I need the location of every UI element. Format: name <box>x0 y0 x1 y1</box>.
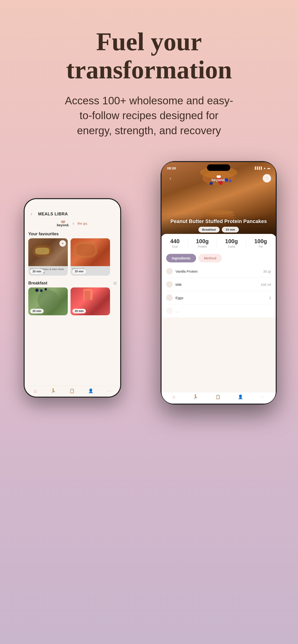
kcal-label: Kcal <box>170 245 179 248</box>
nav-more-icon[interactable]: ⋯ <box>107 388 111 394</box>
ingredient-dot-2 <box>166 281 173 288</box>
dynamic-island <box>207 164 230 171</box>
signal-icon: ▐▐▐▐ <box>254 166 262 170</box>
ingredient-amount-2: 100 ml <box>261 282 271 286</box>
svg-point-2 <box>63 220 65 223</box>
hero-title: Fuel your transformation <box>63 28 235 84</box>
ingredient-left-2: Milk <box>166 281 182 288</box>
breakfast-card-1[interactable]: 20 min <box>28 288 68 315</box>
svg-point-5 <box>218 175 221 178</box>
filter-icon[interactable]: ⊟ <box>114 281 117 285</box>
cloud-logo-front-icon <box>216 175 221 178</box>
breakfast-header: Breakfast ⊟ <box>25 279 120 288</box>
nav-home-icon[interactable]: ⌂ <box>34 388 37 394</box>
front-nav-more-icon[interactable]: ⋯ <box>260 394 264 400</box>
ingredient-left-4: ... <box>166 308 178 314</box>
ingredient-amount-3: 2 <box>269 296 271 300</box>
recipe-back-button[interactable]: ‹ <box>166 174 175 182</box>
protein-value: 100g <box>196 238 209 244</box>
front-nav-profile-icon[interactable]: 👤 <box>238 394 243 400</box>
recipe-card-1[interactable]: 20 min ♥ Cheesy Chicken & Ham Hock Potat… <box>28 238 68 276</box>
ingredient-item-1: Vanilla Protein 30 gr <box>166 265 271 278</box>
food-image-chicken <box>71 238 110 266</box>
beyond-logo-front-text: beyond. <box>211 178 226 182</box>
back-phone-topnav: ‹ MEALS LIBRA <box>25 209 120 218</box>
recipe-hero-image: Peanut Butter Stuffed Protein Pancakes B… <box>162 162 276 236</box>
time-badge-2: 20 min <box>72 269 86 274</box>
front-nav-home-icon[interactable]: ⌂ <box>173 394 175 400</box>
macro-carbs: 100g Carbs <box>225 238 238 248</box>
ingredient-amount-1: 30 gr <box>263 270 271 273</box>
ingredient-list: Vanilla Protein 30 gr Milk 100 ml Eggs <box>162 265 276 318</box>
macro-kcal: 440 Kcal <box>170 238 179 248</box>
favorite-button[interactable]: ♡ <box>263 174 271 182</box>
ingredient-item-4: ... <box>166 304 271 318</box>
ingredient-name-3: Eggs <box>175 296 183 300</box>
breakfast-cards-row: 20 min 20 min <box>25 288 120 315</box>
ingredient-item-2: Milk 100 ml <box>166 278 271 291</box>
recipe-tags: Breakfast 15 min <box>166 227 271 232</box>
fat-value: 100g <box>254 238 267 244</box>
logo-x: x <box>72 222 74 225</box>
front-nav-meals-icon[interactable]: 📋 <box>215 394 220 400</box>
heart-icon-1[interactable]: ♥ <box>59 240 66 247</box>
macro-fat: 100g Fat <box>254 238 267 248</box>
status-bar <box>25 199 120 209</box>
ingredient-left-3: Eggs <box>166 294 183 301</box>
macro-divider-3 <box>246 238 246 247</box>
tab-ingredients[interactable]: Ingredients <box>166 254 196 262</box>
breakfast-section: Breakfast ⊟ 20 min <box>25 279 120 315</box>
back-bottom-nav: ⌂ 🏃 📋 👤 ⋯ <box>25 386 120 397</box>
status-time: 08:00 <box>167 166 176 170</box>
macro-divider-2 <box>217 238 217 247</box>
carbs-label: Carbs <box>225 245 238 248</box>
macro-stats: 440 Kcal 100g Protein 100g Carbs 100g Fa… <box>162 234 276 252</box>
hero-section: Fuel your transformation Access 100+ who… <box>45 0 253 152</box>
logo-partner: the go. <box>77 222 88 225</box>
beyond-brand-logo: beyond. <box>211 175 226 182</box>
nav-meals-icon[interactable]: 📋 <box>69 388 75 394</box>
ingredient-name-4: ... <box>175 309 178 313</box>
recipe-hero-overlay: Peanut Butter Stuffed Protein Pancakes B… <box>162 214 276 236</box>
favorites-title: Your favourites <box>28 232 59 236</box>
time-badge-4: 20 min <box>72 309 86 314</box>
cloud-logo-icon <box>61 220 66 223</box>
macro-protein: 100g Protein <box>196 238 209 248</box>
back-phone-screen: ‹ MEALS LIBRA beyond. x the go. You <box>25 199 120 397</box>
time-badge-1: 20 min <box>30 269 44 274</box>
breakfast-card-2[interactable]: 20 min <box>71 288 110 315</box>
recipe-tabs: Ingredients Method <box>162 252 276 265</box>
nav-workout-icon[interactable]: 🏃 <box>51 388 56 394</box>
tab-method[interactable]: Method <box>198 254 222 262</box>
back-phone: ‹ MEALS LIBRA beyond. x the go. You <box>24 198 121 398</box>
front-phone: 08:00 ▐▐▐▐ ▲ ▬ ‹ beyond. <box>161 161 277 404</box>
front-nav-workout-icon[interactable]: 🏃 <box>193 394 198 400</box>
hero-subtitle: Access 100+ wholesome and easy-to-follow… <box>63 93 235 138</box>
recipe-cards-row: 20 min ♥ Cheesy Chicken & Ham Hock Potat… <box>25 238 120 276</box>
beyond-logo-text: beyond. <box>57 223 69 227</box>
ingredient-left-1: Vanilla Protein <box>166 268 198 274</box>
ingredient-item-3: Eggs 2 <box>166 291 271 304</box>
ingredient-dot-4 <box>166 308 173 314</box>
carbs-value: 100g <box>225 238 238 244</box>
fat-label: Fat <box>254 245 267 248</box>
ingredient-name-1: Vanilla Protein <box>175 270 198 273</box>
status-icons: ▐▐▐▐ ▲ ▬ <box>254 166 270 170</box>
recipe-tag-breakfast: Breakfast <box>198 227 219 232</box>
recipe-card-2[interactable]: 20 min Chicken Ti... <box>71 238 110 276</box>
recipe-tag-time: 15 min <box>222 227 239 232</box>
favorites-header: Your favourites <box>25 230 120 238</box>
back-arrow-icon[interactable]: ‹ <box>28 211 35 217</box>
front-bottom-nav: ⌂ 🏃 📋 👤 ⋯ <box>162 392 276 404</box>
battery-icon: ▬ <box>267 166 270 170</box>
wifi-icon: ▲ <box>263 166 266 170</box>
nav-profile-icon[interactable]: 👤 <box>88 388 93 394</box>
front-phone-screen: 08:00 ▐▐▐▐ ▲ ▬ ‹ beyond. <box>162 162 276 404</box>
macro-divider-1 <box>188 238 188 247</box>
protein-label: Protein <box>196 245 209 248</box>
phones-container: ‹ MEALS LIBRA beyond. x the go. You <box>21 161 277 578</box>
breakfast-title: Breakfast <box>28 281 47 286</box>
recipe-hero-title: Peanut Butter Stuffed Protein Pancakes <box>166 218 271 224</box>
meals-library-title: MEALS LIBRA <box>38 212 68 216</box>
ingredient-dot-1 <box>166 268 173 274</box>
